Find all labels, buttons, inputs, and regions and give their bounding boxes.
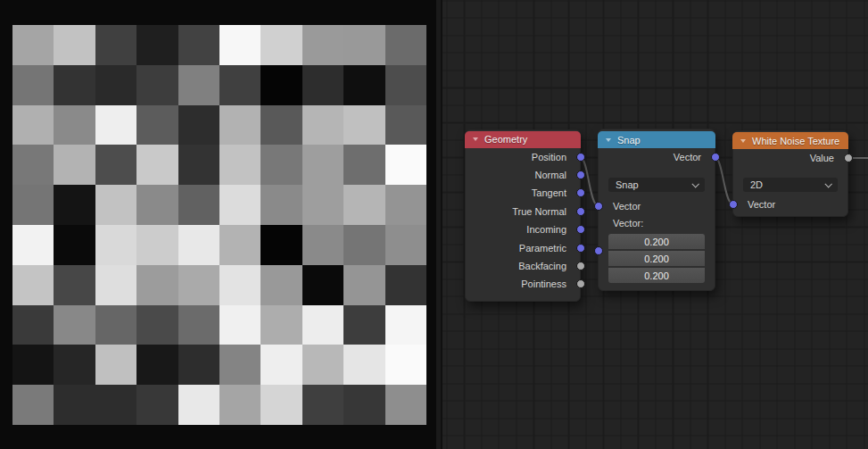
texture-cell bbox=[136, 25, 178, 65]
texture-cell bbox=[178, 225, 219, 265]
vector-output-socket[interactable] bbox=[711, 153, 720, 162]
dropdown-value: Snap bbox=[616, 179, 639, 190]
vector-x-field[interactable]: 0.200 bbox=[608, 234, 705, 249]
editor-separator[interactable] bbox=[436, 0, 441, 449]
node-snap[interactable]: Snap Vector Snap Vector Vector: 0.200 0.… bbox=[598, 129, 715, 291]
texture-cell bbox=[178, 25, 219, 65]
node-whitenoise-header[interactable]: White Noise Texture bbox=[732, 132, 848, 149]
texture-cell bbox=[136, 225, 178, 265]
vector-output-socket[interactable] bbox=[576, 244, 585, 253]
texture-cell bbox=[95, 65, 136, 105]
texture-cell bbox=[219, 225, 260, 265]
texture-cell bbox=[302, 25, 343, 65]
texture-cell bbox=[260, 105, 302, 146]
output-label: True Normal bbox=[512, 206, 566, 217]
texture-cell bbox=[136, 65, 178, 105]
output-label: Parametric bbox=[519, 243, 566, 254]
output-socket-row: Vector bbox=[599, 148, 715, 166]
vector-input-socket[interactable] bbox=[729, 200, 738, 209]
texture-cell bbox=[260, 65, 302, 105]
texture-cell bbox=[95, 385, 136, 425]
texture-cell bbox=[12, 105, 54, 146]
dimensions-dropdown[interactable]: 2D bbox=[743, 178, 838, 192]
texture-cell bbox=[385, 65, 426, 105]
output-label: Pointiness bbox=[521, 279, 566, 289]
output-label: Position bbox=[532, 152, 566, 162]
texture-grid bbox=[12, 25, 426, 425]
vector-output-socket[interactable] bbox=[576, 225, 585, 234]
collapse-triangle-icon[interactable] bbox=[740, 139, 746, 143]
vector-z-field[interactable]: 0.200 bbox=[608, 268, 705, 283]
texture-cell bbox=[302, 145, 343, 185]
texture-cell bbox=[219, 385, 260, 425]
texture-cell bbox=[54, 25, 95, 65]
node-white-noise-texture[interactable]: White Noise Texture Value 2D Vector bbox=[732, 130, 848, 217]
texture-cell bbox=[12, 265, 54, 305]
node-snap-header[interactable]: Snap bbox=[598, 131, 715, 148]
texture-cell bbox=[302, 345, 343, 385]
texture-cell bbox=[54, 265, 95, 305]
vector-output-socket[interactable] bbox=[576, 153, 585, 162]
node-geometry[interactable]: Geometry PositionNormalTangentTrue Norma… bbox=[465, 129, 581, 302]
node-geometry-header[interactable]: Geometry bbox=[465, 131, 581, 148]
chevron-down-icon bbox=[691, 180, 699, 187]
vector-output-socket[interactable] bbox=[576, 170, 585, 179]
texture-cell bbox=[385, 145, 426, 185]
texture-cell bbox=[343, 145, 384, 185]
texture-cell bbox=[302, 225, 343, 265]
texture-cell bbox=[260, 265, 302, 305]
texture-cell bbox=[385, 25, 426, 65]
texture-cell bbox=[178, 185, 219, 225]
texture-cell bbox=[136, 305, 178, 345]
texture-cell bbox=[54, 385, 95, 425]
vector-output-socket[interactable] bbox=[576, 188, 585, 197]
texture-cell bbox=[178, 345, 219, 385]
texture-cell bbox=[385, 345, 426, 385]
output-label: Tangent bbox=[532, 187, 566, 198]
vector-output-socket[interactable] bbox=[576, 207, 585, 216]
output-label: Backfacing bbox=[518, 261, 566, 271]
vector-y-field[interactable]: 0.200 bbox=[608, 251, 705, 266]
vector2-input-socket[interactable] bbox=[594, 246, 603, 255]
output-socket-row: Value bbox=[733, 149, 847, 167]
texture-cell bbox=[12, 345, 54, 385]
texture-cell bbox=[385, 185, 426, 225]
texture-cell bbox=[343, 185, 384, 225]
texture-cell bbox=[260, 225, 302, 265]
texture-cell bbox=[343, 105, 384, 146]
texture-cell bbox=[136, 345, 178, 385]
texture-cell bbox=[136, 265, 178, 305]
texture-cell bbox=[219, 265, 260, 305]
vector-field-label: Vector: bbox=[599, 215, 715, 231]
collapse-triangle-icon[interactable] bbox=[473, 137, 478, 141]
texture-cell bbox=[12, 225, 54, 265]
node-title: Geometry bbox=[484, 134, 527, 145]
input-label: Vector bbox=[613, 201, 641, 212]
texture-cell bbox=[219, 345, 260, 385]
texture-cell bbox=[95, 185, 136, 225]
collapse-triangle-icon[interactable] bbox=[606, 138, 611, 142]
node-title: Snap bbox=[617, 135, 641, 146]
output-socket-row: Normal bbox=[466, 166, 580, 184]
texture-cell bbox=[12, 65, 54, 105]
texture-cell bbox=[54, 225, 95, 265]
operation-dropdown[interactable]: Snap bbox=[608, 178, 705, 192]
vector-value-fields: 0.200 0.200 0.200 bbox=[608, 234, 705, 283]
texture-cell bbox=[12, 185, 54, 225]
vector-input-socket[interactable] bbox=[594, 202, 603, 211]
texture-cell bbox=[343, 65, 384, 105]
input-label: Vector bbox=[748, 199, 775, 210]
texture-cell bbox=[12, 305, 54, 345]
texture-cell bbox=[178, 265, 219, 305]
texture-cell bbox=[54, 305, 95, 345]
texture-cell bbox=[95, 225, 136, 265]
texture-cell bbox=[178, 105, 219, 146]
output-label: Normal bbox=[535, 170, 566, 180]
texture-cell bbox=[343, 225, 384, 265]
texture-cell bbox=[54, 345, 95, 385]
value-output-socket[interactable] bbox=[576, 279, 585, 288]
value-output-socket[interactable] bbox=[844, 154, 853, 162]
chevron-down-icon bbox=[824, 180, 831, 187]
output-label: Vector bbox=[674, 152, 701, 162]
value-output-socket[interactable] bbox=[576, 262, 585, 270]
